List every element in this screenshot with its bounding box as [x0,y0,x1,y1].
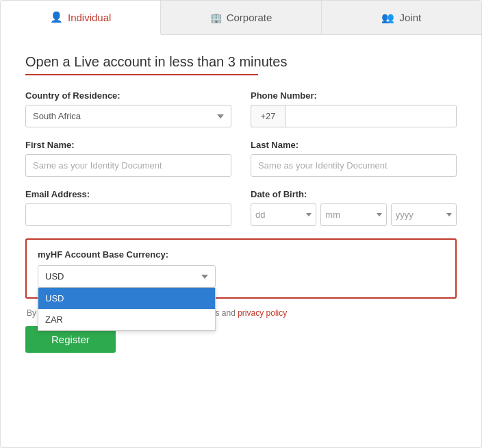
title-underline [25,74,258,75]
currency-select[interactable]: USD ZAR [38,265,216,288]
phone-group: Phone Number: +27 [251,90,457,127]
dob-group: Date of Birth: dd mm yyyy [251,189,457,226]
phone-input[interactable] [285,105,457,127]
currency-dropdown: USD ZAR [38,288,216,331]
currency-option-usd[interactable]: USD [38,288,215,309]
dob-label: Date of Birth: [251,189,457,199]
currency-select-wrap: USD ZAR USD ZAR [38,265,216,288]
building-icon [210,11,222,25]
form-title: Open a Live account in less than 3 minut… [25,54,457,70]
first-name-label: First Name: [25,140,231,150]
tab-joint-label: Joint [399,12,421,23]
form-area: Open a Live account in less than 3 minut… [1,35,481,372]
dob-day-select[interactable]: dd [251,203,316,226]
first-name-input[interactable] [25,154,231,177]
tab-bar: Individual Corporate Joint [1,1,481,35]
email-group: Email Address: [25,189,231,226]
email-input[interactable] [25,203,231,226]
tab-corporate-label: Corporate [227,12,272,23]
phone-label: Phone Number: [251,90,457,101]
currency-option-zar[interactable]: ZAR [38,309,215,330]
privacy-link[interactable]: privacy policy [238,308,287,318]
registration-card: Individual Corporate Joint Open a Live a… [0,0,482,448]
tab-corporate[interactable]: Corporate [161,1,321,34]
people-icon [381,11,394,25]
phone-prefix: +27 [251,105,285,127]
dob-year-select[interactable]: yyyy [391,203,457,226]
email-label: Email Address: [25,189,231,199]
dob-month-select[interactable]: mm [320,203,386,226]
tab-joint[interactable]: Joint [322,1,481,34]
currency-section: myHF Account Base Currency: USD ZAR USD … [25,238,457,299]
row-country-phone: Country of Residence: South Africa Unite… [25,90,457,127]
country-group: Country of Residence: South Africa Unite… [25,90,231,127]
last-name-label: Last Name: [251,140,457,150]
row-email-dob: Email Address: Date of Birth: dd mm yyyy [25,189,457,226]
dob-selects: dd mm yyyy [251,203,457,226]
last-name-input[interactable] [251,154,457,177]
country-select[interactable]: South Africa United Kingdom United State… [25,105,231,127]
phone-input-group: +27 [251,105,457,127]
last-name-group: Last Name: [251,140,457,177]
row-names: First Name: Last Name: [25,140,457,177]
currency-section-label: myHF Account Base Currency: [38,249,444,260]
person-icon [50,10,63,24]
tab-individual[interactable]: Individual [1,1,161,35]
country-label: Country of Residence: [25,90,231,101]
tab-individual-label: Individual [68,12,111,23]
first-name-group: First Name: [25,140,231,177]
